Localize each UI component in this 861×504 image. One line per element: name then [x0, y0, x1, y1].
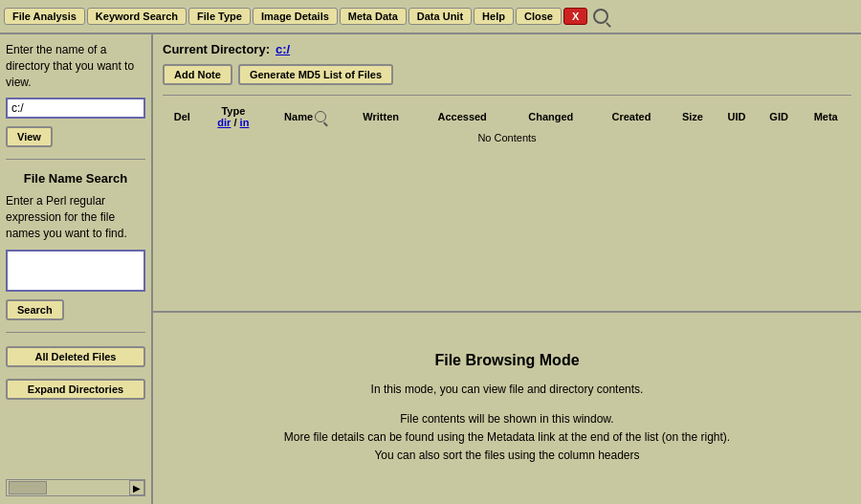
- info-text-1: In this mode, you can view file and dire…: [371, 381, 644, 399]
- generate-md5-button[interactable]: Generate MD5 List of Files: [238, 64, 393, 85]
- current-dir-label: Current Directory:: [163, 42, 270, 56]
- name-search-icon[interactable]: [315, 111, 326, 122]
- filename-search-input[interactable]: [6, 250, 145, 292]
- file-browser: Current Directory: c:/ Add Note Generate…: [153, 34, 861, 313]
- menu-data-unit[interactable]: Data Unit: [408, 8, 472, 25]
- search-icon-wrap: [589, 9, 612, 24]
- col-created[interactable]: Created: [593, 103, 669, 130]
- col-type: Type dir / in: [202, 103, 265, 130]
- search-icon: [593, 9, 608, 24]
- file-table: Del Type dir / in Name: [163, 103, 851, 145]
- add-note-button[interactable]: Add Note: [163, 64, 232, 85]
- info-section: File Browsing Mode In this mode, you can…: [153, 313, 861, 504]
- filename-search-title: File Name Search: [6, 171, 145, 186]
- menu-file-analysis[interactable]: File Analysis: [4, 8, 85, 25]
- menu-image-details[interactable]: Image Details: [253, 8, 338, 25]
- menu-meta-data[interactable]: Meta Data: [340, 8, 407, 25]
- col-name: Name: [265, 103, 345, 130]
- action-buttons: Add Note Generate MD5 List of Files: [163, 64, 851, 85]
- dir-instruction-label: Enter the name of a directory that you w…: [6, 42, 145, 90]
- menu-file-type[interactable]: File Type: [188, 8, 251, 25]
- col-written[interactable]: Written: [345, 103, 416, 130]
- col-accessed[interactable]: Accessed: [416, 103, 508, 130]
- col-uid[interactable]: UID: [716, 103, 758, 130]
- info-title: File Browsing Mode: [434, 352, 579, 369]
- sidebar-scrollbar[interactable]: ▶: [6, 479, 145, 496]
- col-changed[interactable]: Changed: [508, 103, 593, 130]
- menu-keyword-search[interactable]: Keyword Search: [87, 8, 187, 25]
- all-deleted-files-button[interactable]: All Deleted Files: [6, 346, 145, 367]
- sidebar-divider-1: [6, 159, 145, 160]
- col-del: Del: [163, 103, 202, 130]
- menu-close-x[interactable]: X: [563, 8, 587, 25]
- dir-link[interactable]: dir: [217, 117, 231, 128]
- expand-directories-button[interactable]: Expand Directories: [6, 379, 145, 400]
- menu-bar: File Analysis Keyword Search File Type I…: [0, 0, 861, 34]
- menu-help[interactable]: Help: [474, 8, 514, 25]
- dir-input[interactable]: [6, 98, 145, 119]
- content-area: Current Directory: c:/ Add Note Generate…: [153, 34, 861, 504]
- table-divider: [163, 95, 851, 96]
- sidebar: Enter the name of a directory that you w…: [0, 34, 153, 504]
- scroll-right-arrow[interactable]: ▶: [129, 480, 144, 495]
- col-gid[interactable]: GID: [758, 103, 801, 130]
- info-text-2: File contents will be shown in this wind…: [284, 410, 730, 466]
- col-meta[interactable]: Meta: [800, 103, 851, 130]
- scroll-thumb[interactable]: [9, 481, 47, 494]
- in-link[interactable]: in: [240, 117, 250, 128]
- main-layout: Enter the name of a directory that you w…: [0, 34, 861, 504]
- sidebar-divider-2: [6, 332, 145, 333]
- no-contents-cell: No Contents: [163, 130, 851, 145]
- col-size[interactable]: Size: [670, 103, 717, 130]
- view-button[interactable]: View: [6, 126, 53, 147]
- no-contents-row: No Contents: [163, 130, 851, 145]
- search-button[interactable]: Search: [6, 299, 64, 320]
- current-dir-line: Current Directory: c:/: [163, 42, 851, 56]
- current-dir-path[interactable]: c:/: [276, 42, 290, 56]
- menu-close-label[interactable]: Close: [516, 8, 562, 25]
- filename-search-desc: Enter a Perl regular expression for the …: [6, 193, 145, 241]
